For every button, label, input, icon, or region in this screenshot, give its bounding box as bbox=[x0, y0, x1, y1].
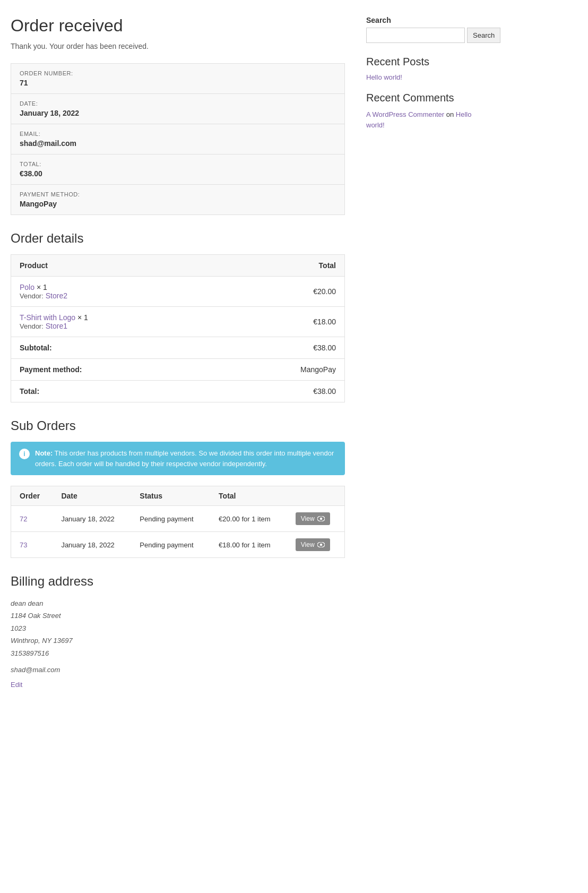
order-total-row: TOTAL: €38.00 bbox=[11, 154, 344, 185]
product-link-tshirt[interactable]: T-Shirt with Logo bbox=[20, 313, 75, 322]
product-link-polo[interactable]: Polo bbox=[20, 283, 34, 291]
order-item-row: Polo × 1 Vendor: Store2 €20.00 bbox=[11, 277, 345, 307]
order-payment-label: PAYMENT METHOD: bbox=[20, 191, 336, 198]
total-value: €38.00 bbox=[218, 381, 345, 402]
order-item-product: Polo × 1 Vendor: Store2 bbox=[11, 277, 218, 307]
sub-col-action bbox=[287, 486, 345, 506]
billing-phone: 3153897516 bbox=[11, 649, 49, 657]
vendor-link-store1[interactable]: Store1 bbox=[46, 322, 67, 330]
order-number-value: 71 bbox=[20, 79, 336, 87]
order-item-row: T-Shirt with Logo × 1 Vendor: Store1 €18… bbox=[11, 307, 345, 337]
recent-comments-title: Recent Comments bbox=[366, 92, 483, 104]
payment-method-value: MangoPay bbox=[218, 359, 345, 381]
billing-name: dean dean bbox=[11, 599, 43, 607]
order-total-value: €38.00 bbox=[20, 169, 336, 178]
recent-posts-title: Recent Posts bbox=[366, 56, 483, 68]
view-button-72[interactable]: View bbox=[296, 512, 330, 525]
order-email-label: EMAIL: bbox=[20, 131, 336, 137]
sub-col-order: Order bbox=[11, 486, 53, 506]
order-item-total-2: €18.00 bbox=[218, 307, 345, 337]
recent-post-hello-world[interactable]: Hello world! bbox=[366, 73, 483, 81]
vendor-link-store2[interactable]: Store2 bbox=[46, 291, 67, 300]
sub-col-status: Status bbox=[131, 486, 210, 506]
comment-item: A WordPress Commenter on Hello world! bbox=[366, 109, 483, 130]
col-product: Product bbox=[11, 255, 218, 277]
sub-orders-table: Order Date Status Total 72 January 18, 2… bbox=[11, 486, 345, 558]
info-text: Note: This order has products from multi… bbox=[35, 448, 336, 469]
sub-order-total-2: €18.00 for 1 item bbox=[210, 532, 287, 558]
sub-order-status-2: Pending payment bbox=[131, 532, 210, 558]
sub-order-date-1: January 18, 2022 bbox=[53, 506, 131, 532]
search-button[interactable]: Search bbox=[467, 28, 500, 43]
recent-comments-section: Recent Comments A WordPress Commenter on… bbox=[366, 92, 483, 130]
order-email-row: EMAIL: shad@mail.com bbox=[11, 124, 344, 154]
eye-icon-2 bbox=[317, 542, 325, 547]
sidebar: Search Search Recent Posts Hello world! … bbox=[366, 16, 483, 705]
subtotal-label: Subtotal: bbox=[11, 337, 218, 359]
order-date-value: January 18, 2022 bbox=[20, 109, 336, 117]
sub-col-date: Date bbox=[53, 486, 131, 506]
order-details-table: Product Total Polo × 1 Vendor: Store2 €2… bbox=[11, 254, 345, 402]
sub-order-total-1: €20.00 for 1 item bbox=[210, 506, 287, 532]
sub-order-row-1: 72 January 18, 2022 Pending payment €20.… bbox=[11, 506, 345, 532]
info-note-text: This order has products from multiple ve… bbox=[35, 449, 334, 468]
order-payment-value: MangoPay bbox=[20, 200, 336, 208]
info-icon: i bbox=[19, 449, 30, 459]
sub-order-date-2: January 18, 2022 bbox=[53, 532, 131, 558]
thank-you-message: Thank you. Your order has been received. bbox=[11, 42, 345, 50]
svg-point-3 bbox=[319, 544, 322, 546]
order-payment-row: PAYMENT METHOD: MangoPay bbox=[11, 185, 344, 214]
view-button-73[interactable]: View bbox=[296, 538, 330, 551]
page-title: Order received bbox=[11, 16, 345, 36]
sub-order-link-72[interactable]: 72 bbox=[20, 515, 27, 523]
sub-order-status-1: Pending payment bbox=[131, 506, 210, 532]
order-number-label: ORDER NUMBER: bbox=[20, 70, 336, 76]
billing-edit-link[interactable]: Edit bbox=[11, 681, 22, 689]
sub-order-link-73[interactable]: 73 bbox=[20, 541, 27, 549]
svg-point-1 bbox=[319, 518, 322, 520]
col-total: Total bbox=[218, 255, 345, 277]
order-total-label: TOTAL: bbox=[20, 161, 336, 167]
total-row: Total: €38.00 bbox=[11, 381, 345, 402]
vendor-label-1: Vendor: bbox=[20, 292, 44, 300]
search-label: Search bbox=[366, 16, 483, 24]
total-label: Total: bbox=[11, 381, 218, 402]
search-form: Search bbox=[366, 28, 483, 43]
order-email-value: shad@mail.com bbox=[20, 139, 336, 148]
billing-address-title: Billing address bbox=[11, 574, 345, 589]
billing-street: 1184 Oak Street bbox=[11, 612, 61, 620]
main-content: Order received Thank you. Your order has… bbox=[11, 16, 366, 705]
vendor-label-2: Vendor: bbox=[20, 322, 44, 330]
subtotal-row: Subtotal: €38.00 bbox=[11, 337, 345, 359]
billing-city-state: Winthrop, NY 13697 bbox=[11, 637, 73, 645]
sub-col-total: Total bbox=[210, 486, 287, 506]
order-item-product-2: T-Shirt with Logo × 1 Vendor: Store1 bbox=[11, 307, 218, 337]
payment-method-label: Payment method: bbox=[11, 359, 218, 381]
eye-icon bbox=[317, 516, 325, 521]
comment-on-text: on bbox=[446, 110, 454, 118]
order-date-row: DATE: January 18, 2022 bbox=[11, 94, 344, 124]
billing-address-section: Billing address dean dean 1184 Oak Stree… bbox=[11, 574, 345, 689]
billing-apt: 1023 bbox=[11, 624, 26, 632]
order-details-title: Order details bbox=[11, 231, 345, 246]
subtotal-value: €38.00 bbox=[218, 337, 345, 359]
sub-order-row-2: 73 January 18, 2022 Pending payment €18.… bbox=[11, 532, 345, 558]
search-input[interactable] bbox=[366, 28, 465, 43]
sub-orders-title: Sub Orders bbox=[11, 418, 345, 433]
order-date-label: DATE: bbox=[20, 100, 336, 107]
order-number-row: ORDER NUMBER: 71 bbox=[11, 64, 344, 94]
commenter-link[interactable]: A WordPress Commenter bbox=[366, 110, 444, 118]
order-item-total-1: €20.00 bbox=[218, 277, 345, 307]
payment-method-row: Payment method: MangoPay bbox=[11, 359, 345, 381]
sub-orders-info-box: i Note: This order has products from mul… bbox=[11, 442, 345, 475]
order-summary-box: ORDER NUMBER: 71 DATE: January 18, 2022 … bbox=[11, 63, 345, 215]
billing-address-details: dean dean 1184 Oak Street 1023 Winthrop,… bbox=[11, 597, 345, 659]
billing-email: shad@mail.com bbox=[11, 666, 345, 674]
info-note-bold: Note: bbox=[35, 449, 53, 457]
